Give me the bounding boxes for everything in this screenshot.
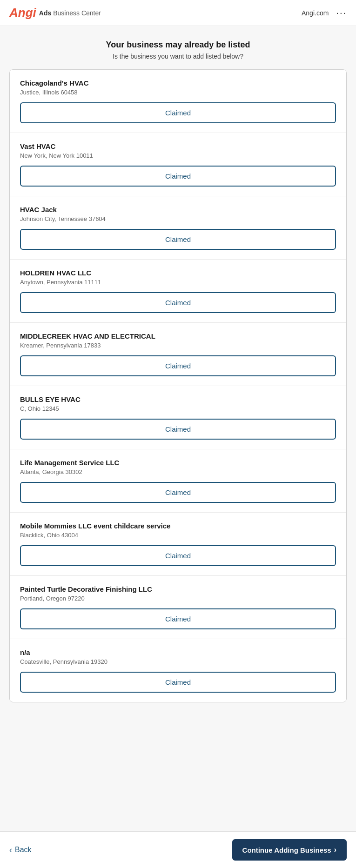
- header-right: Angi.com ···: [302, 7, 347, 18]
- business-location: New York, New York 10011: [20, 152, 336, 159]
- claimed-button[interactable]: Claimed: [20, 672, 336, 693]
- business-name: Mobile Mommies LLC event childcare servi…: [20, 522, 336, 530]
- business-location: Johnson City, Tennessee 37604: [20, 215, 336, 222]
- business-location: Coatesville, Pennsylvania 19320: [20, 658, 336, 665]
- back-button[interactable]: ‹ Back: [9, 845, 32, 855]
- business-location: Blacklick, Ohio 43004: [20, 532, 336, 539]
- claimed-button[interactable]: Claimed: [20, 102, 336, 123]
- business-name: MIDDLECREEK HVAC AND ELECTRICAL: [20, 332, 336, 340]
- claimed-button[interactable]: Claimed: [20, 608, 336, 629]
- business-location: Portland, Oregon 97220: [20, 595, 336, 602]
- ads-text: Ads: [39, 9, 51, 17]
- business-location: Anytown, Pennsylvania 11111: [20, 279, 336, 286]
- continue-button[interactable]: Continue Adding Business ›: [232, 839, 347, 861]
- business-location: Kreamer, Pennsylvania 17833: [20, 342, 336, 349]
- business-item: Painted Turtle Decorative Finishing LLCP…: [10, 576, 346, 639]
- footer: ‹ Back Continue Adding Business ›: [0, 831, 356, 868]
- back-label: Back: [15, 846, 32, 854]
- page-wrapper: Angi Ads Business Center Angi.com ··· Yo…: [0, 0, 356, 868]
- logo-container: Angi Ads Business Center: [9, 6, 101, 20]
- business-name: HVAC Jack: [20, 206, 336, 214]
- business-location: C, Ohio 12345: [20, 405, 336, 412]
- business-location: Justice, Illinois 60458: [20, 89, 336, 96]
- page-title: Your business may already be listed: [9, 40, 347, 50]
- business-name: Chicagoland's HVAC: [20, 79, 336, 87]
- claimed-button[interactable]: Claimed: [20, 482, 336, 503]
- business-item: Life Management Service LLCAtlanta, Geor…: [10, 449, 346, 513]
- header: Angi Ads Business Center Angi.com ···: [0, 0, 356, 26]
- claimed-button[interactable]: Claimed: [20, 229, 336, 250]
- business-item: n/aCoatesville, Pennsylvania 19320Claime…: [10, 639, 346, 702]
- menu-icon[interactable]: ···: [336, 7, 347, 18]
- business-item: MIDDLECREEK HVAC AND ELECTRICALKreamer, …: [10, 323, 346, 386]
- page-title-section: Your business may already be listed Is t…: [0, 26, 356, 69]
- business-item: BULLS EYE HVACC, Ohio 12345Claimed: [10, 386, 346, 449]
- business-name: Painted Turtle Decorative Finishing LLC: [20, 585, 336, 593]
- back-chevron-icon: ‹: [9, 845, 12, 855]
- claimed-button[interactable]: Claimed: [20, 545, 336, 566]
- business-name: Life Management Service LLC: [20, 459, 336, 467]
- business-item: Chicagoland's HVACJustice, Illinois 6045…: [10, 70, 346, 133]
- page-subtitle: Is the business you want to add listed b…: [9, 53, 347, 60]
- angi-logo: Angi: [9, 6, 36, 20]
- main-content: Your business may already be listed Is t…: [0, 26, 356, 831]
- continue-chevron-icon: ›: [334, 846, 336, 854]
- business-item: HVAC JackJohnson City, Tennessee 37604Cl…: [10, 196, 346, 260]
- claimed-button[interactable]: Claimed: [20, 419, 336, 440]
- business-name: HOLDREN HVAC LLC: [20, 269, 336, 277]
- claimed-button[interactable]: Claimed: [20, 355, 336, 376]
- claimed-button[interactable]: Claimed: [20, 292, 336, 313]
- business-name: Vast HVAC: [20, 142, 336, 150]
- business-name: BULLS EYE HVAC: [20, 395, 336, 403]
- business-list-container: Chicagoland's HVACJustice, Illinois 6045…: [9, 69, 347, 702]
- claimed-button[interactable]: Claimed: [20, 166, 336, 187]
- business-item: Vast HVACNew York, New York 10011Claimed: [10, 133, 346, 196]
- header-logo: Angi Ads Business Center: [9, 6, 101, 20]
- business-item: Mobile Mommies LLC event childcare servi…: [10, 513, 346, 576]
- business-center-text: Business Center: [53, 9, 101, 17]
- business-name: n/a: [20, 648, 336, 656]
- angi-com-link[interactable]: Angi.com: [302, 9, 329, 17]
- business-item: HOLDREN HVAC LLCAnytown, Pennsylvania 11…: [10, 260, 346, 323]
- continue-label: Continue Adding Business: [242, 846, 331, 854]
- business-location: Atlanta, Georgia 30302: [20, 468, 336, 475]
